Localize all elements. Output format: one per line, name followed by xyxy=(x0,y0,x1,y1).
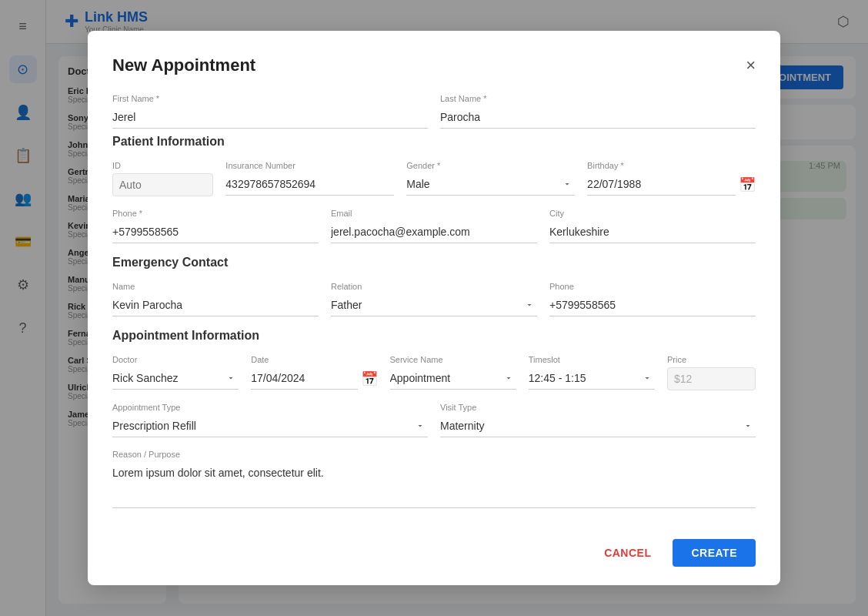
doctor-select[interactable]: Rick Sanchez Eric D xyxy=(112,367,239,390)
last-name-label: Last Name * xyxy=(440,94,756,103)
patient-info-row-2: Phone * Email City xyxy=(112,209,756,243)
id-input xyxy=(112,173,213,196)
reason-row: Reason / Purpose Lorem ipsum dolor sit a… xyxy=(112,450,756,508)
reason-label: Reason / Purpose xyxy=(112,450,756,459)
ec-phone-label: Phone xyxy=(549,282,756,291)
modal-title: New Appointment xyxy=(112,55,255,75)
insurance-label: Insurance Number xyxy=(225,161,394,170)
gender-group: Gender * Male Female Other xyxy=(406,161,575,196)
date-calendar-icon[interactable]: 📅 xyxy=(361,370,378,387)
visit-type-select[interactable]: Maternity General Emergency Specialist xyxy=(440,415,756,437)
ec-name-input[interactable] xyxy=(112,294,319,316)
emergency-section-title: Emergency Contact xyxy=(112,256,756,270)
last-name-group: Last Name * xyxy=(440,94,756,129)
birthday-label: Birthday * xyxy=(587,161,756,170)
appointment-row-2: Appointment Type Prescription Refill Fol… xyxy=(112,403,756,437)
birthday-field-wrapper: 📅 xyxy=(587,173,756,196)
patient-info-section-title: Patient Information xyxy=(112,135,756,149)
ec-relation-select[interactable]: Father Mother Spouse Sibling Other xyxy=(331,294,537,316)
ec-relation-label: Relation xyxy=(331,282,537,291)
id-label: ID xyxy=(112,161,213,170)
price-input xyxy=(667,367,756,390)
insurance-input[interactable] xyxy=(225,173,394,196)
patient-info-row-1: ID Insurance Number Gender * Male Female… xyxy=(112,161,756,196)
reason-textarea[interactable]: Lorem ipsum dolor sit amet, consectetur … xyxy=(112,462,756,508)
visit-type-group: Visit Type Maternity General Emergency S… xyxy=(440,403,756,437)
birthday-calendar-icon[interactable]: 📅 xyxy=(739,176,756,193)
gender-label: Gender * xyxy=(406,161,575,170)
insurance-group: Insurance Number xyxy=(225,161,394,196)
service-group: Service Name Appointment Consultation Su… xyxy=(390,355,516,390)
timeslot-group: Timeslot 12:45 - 1:15 1:15 - 1:45 xyxy=(529,355,655,390)
price-group: Price xyxy=(667,355,756,390)
timeslot-select[interactable]: 12:45 - 1:15 1:15 - 1:45 xyxy=(529,367,655,390)
date-group: Date 📅 xyxy=(251,355,377,390)
city-group: City xyxy=(549,209,756,243)
phone-label: Phone * xyxy=(112,209,319,218)
ec-name-group: Name xyxy=(112,282,319,316)
price-label: Price xyxy=(667,355,756,364)
doctor-group: Doctor Rick Sanchez Eric D xyxy=(112,355,239,390)
first-name-input[interactable] xyxy=(112,106,428,129)
timeslot-label: Timeslot xyxy=(529,355,655,364)
birthday-group: Birthday * 📅 xyxy=(587,161,756,196)
emergency-row: Name Relation Father Mother Spouse Sibli… xyxy=(112,282,756,316)
appointment-section-title: Appointment Information xyxy=(112,329,756,343)
ec-phone-group: Phone xyxy=(549,282,756,316)
appointment-row-1: Doctor Rick Sanchez Eric D Date 📅 Servic… xyxy=(112,355,756,390)
phone-group: Phone * xyxy=(112,209,319,243)
create-button[interactable]: CREATE xyxy=(673,539,756,567)
email-group: Email xyxy=(331,209,537,243)
birthday-input[interactable] xyxy=(587,173,736,196)
first-name-label: First Name * xyxy=(112,94,428,103)
appt-type-select[interactable]: Prescription Refill Follow-up New Patien… xyxy=(112,415,428,437)
ec-phone-input[interactable] xyxy=(549,294,756,316)
modal-header: New Appointment × xyxy=(112,55,756,75)
last-name-input[interactable] xyxy=(440,106,756,129)
date-field-wrapper: 📅 xyxy=(251,367,377,390)
id-group: ID xyxy=(112,161,213,196)
email-input[interactable] xyxy=(331,221,537,243)
cancel-button[interactable]: CANCEL xyxy=(592,539,663,567)
modal-footer: CANCEL CREATE xyxy=(112,527,756,567)
new-appointment-modal: New Appointment × First Name * Last Name… xyxy=(88,31,780,585)
first-name-group: First Name * xyxy=(112,94,428,129)
appt-type-group: Appointment Type Prescription Refill Fol… xyxy=(112,403,428,437)
city-input[interactable] xyxy=(549,221,756,243)
email-label: Email xyxy=(331,209,537,218)
phone-input[interactable] xyxy=(112,221,319,243)
doctor-label: Doctor xyxy=(112,355,239,364)
name-row: First Name * Last Name * xyxy=(112,94,756,129)
ec-relation-group: Relation Father Mother Spouse Sibling Ot… xyxy=(331,282,537,316)
service-select[interactable]: Appointment Consultation Surgery xyxy=(390,367,516,390)
service-label: Service Name xyxy=(390,355,516,364)
date-label: Date xyxy=(251,355,377,364)
city-label: City xyxy=(549,209,756,218)
visit-type-label: Visit Type xyxy=(440,403,756,412)
date-input[interactable] xyxy=(251,367,357,390)
ec-name-label: Name xyxy=(112,282,319,291)
modal-overlay: New Appointment × First Name * Last Name… xyxy=(0,0,868,616)
close-modal-button[interactable]: × xyxy=(746,57,756,74)
appt-type-label: Appointment Type xyxy=(112,403,428,412)
gender-select[interactable]: Male Female Other xyxy=(406,173,575,196)
reason-group: Reason / Purpose Lorem ipsum dolor sit a… xyxy=(112,450,756,508)
